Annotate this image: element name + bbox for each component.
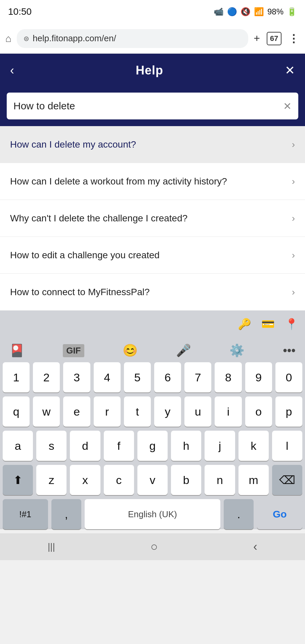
search-input[interactable]: How to delete bbox=[13, 100, 283, 112]
key-l[interactable]: l bbox=[272, 431, 302, 461]
key-2[interactable]: 2 bbox=[33, 362, 60, 392]
key-b[interactable]: b bbox=[171, 465, 201, 495]
browser-actions: + 67 ⋮ bbox=[254, 32, 300, 45]
help-header: ‹ Help ✕ bbox=[0, 54, 305, 87]
backspace-key[interactable]: ⌫ bbox=[272, 465, 302, 495]
key-3[interactable]: 3 bbox=[63, 362, 90, 392]
search-clear-button[interactable]: ✕ bbox=[283, 100, 292, 112]
result-text-3: Why can't I delete the challenge I creat… bbox=[10, 212, 292, 225]
nav-back-icon[interactable]: ‹ bbox=[253, 540, 257, 554]
key-x[interactable]: x bbox=[70, 465, 100, 495]
mute-icon: 🔇 bbox=[241, 7, 251, 16]
result-item-1[interactable]: How can I delete my account? › bbox=[0, 126, 305, 163]
tabs-button[interactable]: 67 bbox=[267, 32, 281, 45]
result-text-1: How can I delete my account? bbox=[10, 138, 292, 151]
go-key[interactable]: Go bbox=[257, 499, 302, 529]
result-chevron-1: › bbox=[292, 139, 295, 150]
close-button[interactable]: ✕ bbox=[285, 63, 295, 77]
key-h[interactable]: h bbox=[171, 431, 201, 461]
emoji-icon[interactable]: 😊 bbox=[123, 343, 138, 358]
number-row: 1 2 3 4 5 6 7 8 9 0 bbox=[3, 362, 302, 392]
nav-home-icon[interactable]: ○ bbox=[150, 540, 158, 554]
camera-icon: 📹 bbox=[214, 7, 224, 16]
result-chevron-4: › bbox=[292, 250, 295, 261]
key-t[interactable]: t bbox=[124, 396, 151, 427]
mic-icon[interactable]: 🎤 bbox=[176, 343, 191, 358]
key-4[interactable]: 4 bbox=[94, 362, 121, 392]
result-text-5: How to connect to MyFitnessPal? bbox=[10, 285, 292, 299]
key-m[interactable]: m bbox=[238, 465, 269, 495]
back-button[interactable]: ‹ bbox=[10, 63, 14, 77]
gif-icon[interactable]: GIF bbox=[63, 344, 84, 357]
result-item-3[interactable]: Why can't I delete the challenge I creat… bbox=[0, 200, 305, 237]
results-container: How can I delete my account? › How can I… bbox=[0, 126, 305, 311]
key-o[interactable]: o bbox=[245, 396, 272, 427]
key-i[interactable]: i bbox=[215, 396, 242, 427]
keyboard-emoji-row: 🎴 GIF 😊 🎤 ⚙️ ••• bbox=[3, 341, 302, 362]
keyboard: 🎴 GIF 😊 🎤 ⚙️ ••• 1 2 3 4 5 6 7 8 9 0 q w… bbox=[0, 337, 305, 529]
key-p[interactable]: p bbox=[275, 396, 302, 427]
key-r[interactable]: r bbox=[94, 396, 121, 427]
special-chars-key[interactable]: !#1 bbox=[3, 499, 48, 529]
key-5[interactable]: 5 bbox=[124, 362, 151, 392]
wifi-icon: 📶 bbox=[254, 7, 264, 16]
key-u[interactable]: u bbox=[184, 396, 211, 427]
help-title: Help bbox=[136, 63, 163, 77]
space-key[interactable]: English (UK) bbox=[85, 499, 220, 529]
key-7[interactable]: 7 bbox=[184, 362, 211, 392]
result-item-4[interactable]: How to edit a challenge you created › bbox=[0, 237, 305, 274]
keyboard-toolbar: 🔑 💳 📍 bbox=[0, 311, 305, 337]
address-bar[interactable]: ⊜ help.fitonapp.com/en/ bbox=[17, 29, 248, 48]
key-g[interactable]: g bbox=[137, 431, 168, 461]
key-6[interactable]: 6 bbox=[154, 362, 181, 392]
address-text: help.fitonapp.com/en/ bbox=[33, 33, 116, 44]
address-lock-icon: ⊜ bbox=[24, 35, 29, 43]
status-time: 10:50 bbox=[8, 6, 32, 17]
key-j[interactable]: j bbox=[205, 431, 235, 461]
key-e[interactable]: e bbox=[63, 396, 90, 427]
key-y[interactable]: y bbox=[154, 396, 181, 427]
comma-key[interactable]: , bbox=[51, 499, 82, 529]
location-icon[interactable]: 📍 bbox=[285, 318, 298, 330]
key-f[interactable]: f bbox=[104, 431, 134, 461]
key-v[interactable]: v bbox=[137, 465, 168, 495]
key-icon[interactable]: 🔑 bbox=[238, 318, 251, 330]
home-icon[interactable]: ⌂ bbox=[5, 33, 11, 44]
key-1[interactable]: 1 bbox=[3, 362, 30, 392]
key-q[interactable]: q bbox=[3, 396, 30, 427]
result-item-2[interactable]: How can I delete a workout from my activ… bbox=[0, 163, 305, 200]
battery-status: 98% bbox=[267, 7, 284, 16]
key-c[interactable]: c bbox=[104, 465, 134, 495]
result-chevron-5: › bbox=[292, 287, 295, 298]
key-s[interactable]: s bbox=[36, 431, 67, 461]
bottom-nav: ||| ○ ‹ bbox=[0, 533, 305, 560]
card-icon[interactable]: 💳 bbox=[261, 318, 275, 330]
more-icon[interactable]: ••• bbox=[283, 343, 296, 358]
nav-menu-icon[interactable]: ||| bbox=[48, 541, 55, 552]
zxcv-row: ⬆ z x c v b n m ⌫ bbox=[3, 465, 302, 495]
key-9[interactable]: 9 bbox=[245, 362, 272, 392]
battery-icon: 🔋 bbox=[287, 7, 297, 16]
new-tab-button[interactable]: + bbox=[254, 32, 260, 45]
qwerty-row: q w e r t y u i o p bbox=[3, 396, 302, 427]
key-k[interactable]: k bbox=[238, 431, 269, 461]
search-bar-container: How to delete ✕ bbox=[0, 87, 305, 126]
key-8[interactable]: 8 bbox=[215, 362, 242, 392]
sticker-icon[interactable]: 🎴 bbox=[9, 343, 25, 358]
key-z[interactable]: z bbox=[36, 465, 67, 495]
settings-icon[interactable]: ⚙️ bbox=[229, 343, 245, 358]
period-key[interactable]: . bbox=[224, 499, 254, 529]
bottom-row: !#1 , English (UK) . Go bbox=[3, 499, 302, 529]
key-a[interactable]: a bbox=[3, 431, 33, 461]
result-item-5[interactable]: How to connect to MyFitnessPal? › bbox=[0, 274, 305, 311]
browser-menu-button[interactable]: ⋮ bbox=[288, 32, 300, 45]
key-d[interactable]: d bbox=[70, 431, 100, 461]
result-text-4: How to edit a challenge you created bbox=[10, 249, 292, 262]
browser-bar: ⌂ ⊜ help.fitonapp.com/en/ + 67 ⋮ bbox=[0, 23, 305, 54]
result-chevron-3: › bbox=[292, 213, 295, 224]
key-w[interactable]: w bbox=[33, 396, 60, 427]
shift-key[interactable]: ⬆ bbox=[3, 465, 33, 495]
key-n[interactable]: n bbox=[205, 465, 235, 495]
key-0[interactable]: 0 bbox=[275, 362, 302, 392]
search-bar[interactable]: How to delete ✕ bbox=[7, 93, 298, 119]
